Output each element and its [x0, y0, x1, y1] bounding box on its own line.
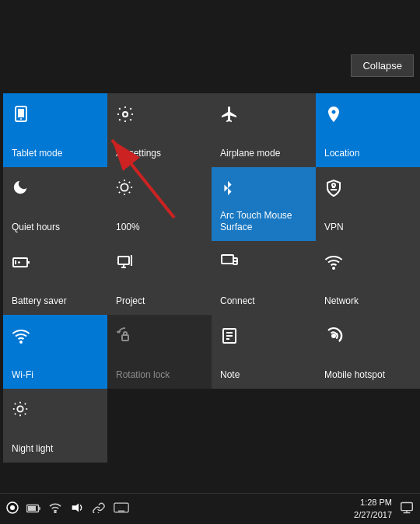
svg-point-34: [332, 334, 335, 337]
svg-point-28: [20, 341, 22, 343]
tile-wifi[interactable]: Wi-Fi: [3, 315, 107, 389]
tile-connect-label: Connect: [220, 295, 255, 308]
tile-mobile-hotspot[interactable]: Mobile hotspot: [316, 315, 420, 389]
quick-actions-panel: Tablet mode All settings Airplane mode L…: [3, 93, 420, 463]
taskbar-wifi-signal-icon: [48, 502, 62, 515]
airplane-icon: [220, 105, 239, 127]
tablet-mode-icon: [12, 105, 30, 127]
tile-arc-touch[interactable]: Arc Touch Mouse Surface: [212, 167, 316, 241]
tile-connect[interactable]: Connect: [212, 241, 316, 315]
taskbar-left: [6, 501, 129, 516]
tile-all-settings[interactable]: All settings: [107, 93, 212, 167]
svg-rect-23: [131, 255, 132, 266]
location-icon: [324, 105, 343, 127]
taskbar-keyboard-icon: [114, 502, 129, 515]
tile-vpn-label: VPN: [324, 222, 344, 234]
svg-point-27: [333, 267, 334, 269]
tile-night-light-label: Night light: [12, 443, 53, 456]
tile-rotation-lock-label: Rotation lock: [116, 369, 170, 382]
svg-point-4: [121, 183, 128, 190]
wifi-icon: [12, 327, 30, 348]
tile-location-label: Location: [324, 148, 359, 160]
tile-mobile-hotspot-label: Mobile hotspot: [324, 369, 385, 382]
tile-wifi-label: Wi-Fi: [12, 369, 33, 382]
collapse-button[interactable]: Collapse: [351, 54, 414, 77]
start-button[interactable]: [6, 501, 19, 516]
svg-line-8: [129, 192, 130, 193]
svg-marker-52: [72, 503, 79, 512]
tile-rotation-lock[interactable]: Rotation lock: [107, 315, 212, 389]
brightness-icon: [116, 179, 133, 199]
tile-quiet-hours[interactable]: Quiet hours: [3, 167, 107, 241]
svg-point-51: [54, 512, 56, 513]
svg-rect-50: [28, 506, 36, 511]
svg-point-3: [123, 112, 128, 117]
connect-icon: [220, 253, 239, 274]
bluetooth-icon: [220, 179, 236, 201]
night-light-icon: [12, 400, 29, 421]
tile-tablet-mode[interactable]: Tablet mode: [3, 93, 107, 167]
note-icon: [220, 327, 239, 348]
tile-arc-touch-label: Arc Touch Mouse Surface: [220, 210, 307, 234]
svg-rect-24: [222, 255, 233, 264]
svg-rect-20: [118, 257, 129, 264]
svg-line-38: [15, 403, 16, 404]
tile-note[interactable]: Note: [212, 315, 316, 389]
svg-line-39: [25, 414, 26, 414]
svg-point-35: [17, 406, 23, 411]
svg-line-11: [119, 192, 120, 193]
clock-date: 2/27/2017: [354, 509, 392, 521]
tile-vpn[interactable]: VPN: [316, 167, 420, 241]
taskbar-link-icon: [92, 502, 106, 515]
svg-line-42: [15, 414, 16, 414]
svg-line-43: [25, 403, 26, 404]
tile-brightness-label: 100%: [116, 222, 140, 234]
project-icon: [116, 253, 135, 274]
taskbar-clock[interactable]: 1:28 PM 2/27/2017: [354, 497, 392, 521]
battery-icon: [12, 253, 30, 274]
svg-line-12: [129, 182, 130, 183]
network-icon: [324, 253, 343, 274]
action-center-button[interactable]: [400, 501, 414, 517]
svg-point-2: [20, 118, 22, 120]
svg-point-15: [332, 183, 335, 187]
tile-all-settings-label: All settings: [116, 148, 161, 160]
tile-network-label: Network: [324, 295, 359, 308]
tile-airplane-mode[interactable]: Airplane mode: [212, 93, 316, 167]
gear-icon: [116, 105, 135, 127]
tile-battery-saver[interactable]: Battery saver: [3, 241, 107, 315]
tile-quiet-hours-label: Quiet hours: [12, 222, 60, 234]
taskbar-volume-icon: [70, 502, 84, 515]
vpn-icon: [324, 179, 343, 201]
hotspot-icon: [324, 327, 343, 348]
tile-location[interactable]: Location: [316, 93, 420, 167]
tile-brightness[interactable]: 100%: [107, 167, 212, 241]
svg-rect-29: [122, 335, 128, 341]
tile-network[interactable]: Network: [316, 241, 420, 315]
svg-line-7: [119, 182, 120, 183]
tile-battery-saver-label: Battery saver: [12, 295, 67, 308]
svg-rect-62: [401, 502, 413, 510]
svg-rect-1: [18, 109, 24, 117]
taskbar-right: 1:28 PM 2/27/2017: [354, 497, 414, 521]
rotation-lock-icon: [116, 327, 135, 348]
tile-note-label: Note: [220, 369, 240, 382]
taskbar-battery-icon: [26, 503, 40, 515]
taskbar: 1:28 PM 2/27/2017: [0, 493, 420, 524]
tile-tablet-mode-label: Tablet mode: [12, 148, 62, 160]
svg-point-47: [10, 505, 15, 510]
moon-icon: [12, 179, 29, 199]
clock-time: 1:28 PM: [354, 497, 392, 508]
tile-project-label: Project: [116, 295, 145, 308]
tile-night-light[interactable]: Night light: [3, 389, 107, 463]
tile-airplane-mode-label: Airplane mode: [220, 148, 280, 160]
tile-project[interactable]: Project: [107, 241, 212, 315]
